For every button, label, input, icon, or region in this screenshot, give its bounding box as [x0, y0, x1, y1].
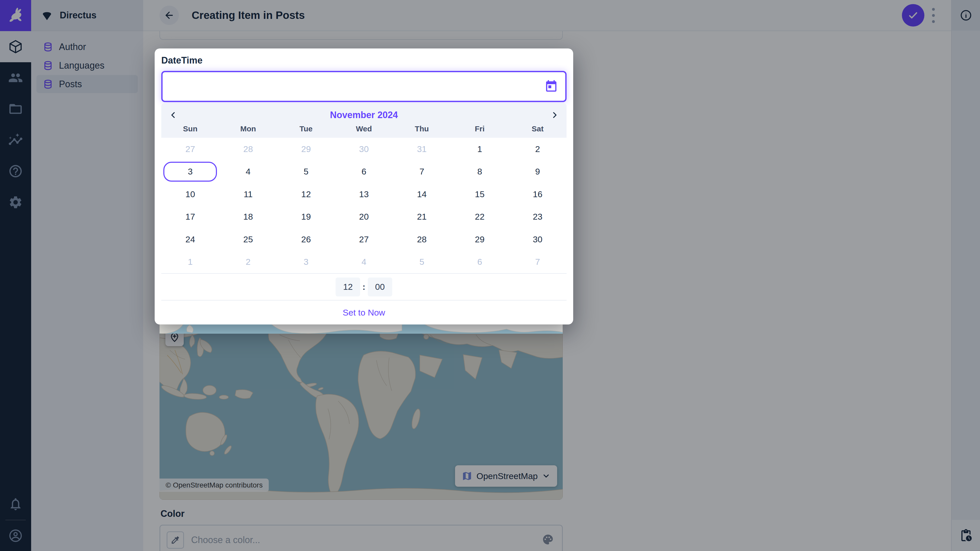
weekday-label: Mon [219, 124, 277, 138]
calendar-day[interactable]: 20 [335, 206, 393, 228]
hour-input[interactable]: 12 [336, 278, 360, 297]
calendar-header: November 2024 SunMonTueWedThuFriSat [161, 103, 566, 138]
calendar-day[interactable]: 12 [277, 183, 335, 206]
calendar-day[interactable]: 2 [219, 251, 277, 273]
calendar-day[interactable]: 6 [335, 160, 393, 183]
weekday-label: Thu [393, 124, 451, 138]
calendar-day[interactable]: 28 [393, 228, 451, 251]
calendar-month-label[interactable]: November 2024 [161, 103, 566, 125]
time-separator: : [363, 282, 365, 292]
calendar-day[interactable]: 6 [451, 251, 509, 273]
calendar-day[interactable]: 25 [219, 228, 277, 251]
calendar-day[interactable]: 7 [393, 160, 451, 183]
weekday-label: Fri [451, 124, 509, 138]
calendar-day[interactable]: 19 [277, 206, 335, 228]
calendar-day[interactable]: 1 [161, 251, 219, 273]
calendar-toggle-button[interactable] [544, 79, 558, 94]
calendar-day[interactable]: 10 [161, 183, 219, 206]
calendar-day[interactable]: 7 [509, 251, 566, 273]
calendar-icon [544, 79, 558, 94]
calendar-day[interactable]: 27 [161, 138, 219, 160]
calendar-day[interactable]: 2 [509, 138, 566, 160]
calendar-day[interactable]: 11 [219, 183, 277, 206]
calendar-day[interactable]: 26 [277, 228, 335, 251]
chevron-right-icon [550, 110, 560, 120]
calendar-day[interactable]: 30 [335, 138, 393, 160]
calendar-day[interactable]: 27 [335, 228, 393, 251]
calendar-day[interactable]: 24 [161, 228, 219, 251]
app-screen: Directus Author Languages Posts [0, 0, 980, 551]
calendar-day-grid: 2728293031123456789101112131415161718192… [161, 138, 566, 273]
calendar-day[interactable]: 3 [161, 160, 219, 183]
map-top-strip [159, 324, 563, 333]
datetime-modal: DateTime November 2024 SunMonTueWedThuFr… [155, 48, 573, 324]
calendar-day[interactable]: 16 [509, 183, 566, 206]
calendar-day[interactable]: 3 [277, 251, 335, 273]
calendar-day[interactable]: 9 [509, 160, 566, 183]
weekday-label: Sun [161, 124, 219, 138]
calendar-popover: November 2024 SunMonTueWedThuFriSat 2728… [161, 103, 566, 324]
calendar-day[interactable]: 21 [393, 206, 451, 228]
calendar-day[interactable]: 29 [451, 228, 509, 251]
weekday-row: SunMonTueWedThuFriSat [161, 124, 566, 138]
calendar-day[interactable]: 15 [451, 183, 509, 206]
calendar-day[interactable]: 18 [219, 206, 277, 228]
calendar-day[interactable]: 8 [451, 160, 509, 183]
calendar-day[interactable]: 5 [393, 251, 451, 273]
weekday-label: Wed [335, 124, 393, 138]
calendar-day[interactable]: 31 [393, 138, 451, 160]
today-outline: 3 [163, 162, 217, 182]
calendar-day[interactable]: 23 [509, 206, 566, 228]
calendar-day[interactable]: 5 [277, 160, 335, 183]
calendar-day[interactable]: 4 [219, 160, 277, 183]
set-to-now-row: Set to Now [161, 300, 566, 324]
calendar-day[interactable]: 14 [393, 183, 451, 206]
calendar-day[interactable]: 28 [219, 138, 277, 160]
calendar-day[interactable]: 13 [335, 183, 393, 206]
datetime-field-label: DateTime [161, 55, 202, 66]
calendar-day[interactable]: 22 [451, 206, 509, 228]
next-month-button[interactable] [549, 109, 561, 121]
datetime-input[interactable] [162, 72, 544, 101]
time-row: 12 : 00 [161, 274, 566, 300]
datetime-input-wrap [161, 71, 566, 102]
minute-input[interactable]: 00 [368, 278, 392, 297]
calendar-day[interactable]: 30 [509, 228, 566, 251]
calendar-day[interactable]: 17 [161, 206, 219, 228]
weekday-label: Sat [509, 124, 566, 138]
set-to-now-button[interactable]: Set to Now [343, 308, 385, 318]
calendar-day[interactable]: 4 [335, 251, 393, 273]
weekday-label: Tue [277, 124, 335, 138]
calendar-day[interactable]: 1 [451, 138, 509, 160]
calendar-day[interactable]: 29 [277, 138, 335, 160]
